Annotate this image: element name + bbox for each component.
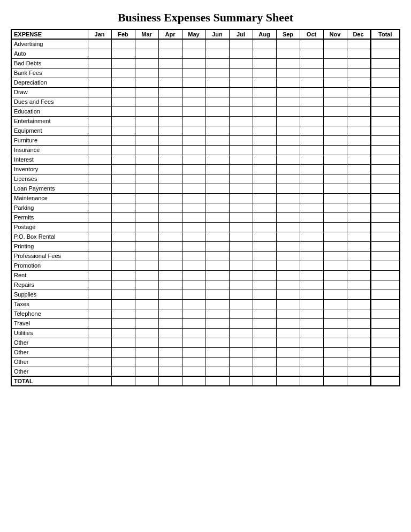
month-cell[interactable] — [111, 222, 135, 232]
month-cell[interactable] — [253, 87, 276, 97]
month-cell[interactable] — [158, 145, 182, 155]
month-cell[interactable] — [158, 280, 182, 290]
month-cell[interactable] — [229, 280, 253, 290]
month-cell[interactable] — [253, 280, 276, 290]
month-cell[interactable] — [276, 164, 300, 174]
month-cell[interactable] — [323, 299, 347, 309]
month-cell[interactable] — [253, 107, 276, 116]
month-cell[interactable] — [276, 193, 300, 203]
month-cell[interactable] — [347, 261, 370, 270]
month-cell[interactable] — [88, 68, 111, 78]
month-cell[interactable] — [300, 241, 323, 251]
total-cell[interactable] — [370, 318, 400, 328]
month-cell[interactable] — [158, 212, 182, 222]
total-month-cell[interactable] — [158, 376, 182, 386]
total-cell[interactable] — [370, 270, 400, 280]
month-cell[interactable] — [111, 270, 135, 280]
month-cell[interactable] — [182, 270, 206, 280]
month-cell[interactable] — [158, 357, 182, 367]
month-cell[interactable] — [135, 97, 158, 107]
month-cell[interactable] — [347, 338, 370, 347]
month-cell[interactable] — [88, 212, 111, 222]
month-cell[interactable] — [347, 87, 370, 97]
month-cell[interactable] — [135, 174, 158, 184]
month-cell[interactable] — [111, 174, 135, 184]
month-cell[interactable] — [347, 107, 370, 116]
month-cell[interactable] — [135, 193, 158, 203]
month-cell[interactable] — [182, 39, 206, 49]
month-cell[interactable] — [229, 212, 253, 222]
month-cell[interactable] — [182, 184, 206, 193]
month-cell[interactable] — [347, 145, 370, 155]
month-cell[interactable] — [229, 58, 253, 68]
month-cell[interactable] — [347, 155, 370, 164]
month-cell[interactable] — [88, 135, 111, 145]
month-cell[interactable] — [206, 164, 229, 174]
month-cell[interactable] — [347, 126, 370, 135]
month-cell[interactable] — [323, 49, 347, 58]
month-cell[interactable] — [206, 290, 229, 299]
total-cell[interactable] — [370, 58, 400, 68]
month-cell[interactable] — [182, 357, 206, 367]
month-cell[interactable] — [88, 126, 111, 135]
month-cell[interactable] — [323, 87, 347, 97]
month-cell[interactable] — [300, 135, 323, 145]
month-cell[interactable] — [253, 49, 276, 58]
month-cell[interactable] — [300, 107, 323, 116]
month-cell[interactable] — [158, 367, 182, 376]
month-cell[interactable] — [253, 299, 276, 309]
month-cell[interactable] — [253, 367, 276, 376]
month-cell[interactable] — [135, 357, 158, 367]
month-cell[interactable] — [300, 222, 323, 232]
total-cell[interactable] — [370, 309, 400, 318]
month-cell[interactable] — [323, 212, 347, 222]
month-cell[interactable] — [347, 174, 370, 184]
month-cell[interactable] — [111, 280, 135, 290]
total-month-cell[interactable] — [206, 376, 229, 386]
month-cell[interactable] — [158, 68, 182, 78]
month-cell[interactable] — [182, 58, 206, 68]
month-cell[interactable] — [276, 39, 300, 49]
month-cell[interactable] — [323, 97, 347, 107]
month-cell[interactable] — [88, 145, 111, 155]
month-cell[interactable] — [300, 184, 323, 193]
month-cell[interactable] — [158, 318, 182, 328]
month-cell[interactable] — [253, 97, 276, 107]
month-cell[interactable] — [182, 309, 206, 318]
month-cell[interactable] — [300, 251, 323, 261]
month-cell[interactable] — [323, 367, 347, 376]
month-cell[interactable] — [300, 58, 323, 68]
month-cell[interactable] — [111, 58, 135, 68]
month-cell[interactable] — [229, 367, 253, 376]
month-cell[interactable] — [158, 338, 182, 347]
month-cell[interactable] — [135, 241, 158, 251]
month-cell[interactable] — [253, 184, 276, 193]
month-cell[interactable] — [229, 270, 253, 280]
total-cell[interactable] — [370, 290, 400, 299]
total-cell[interactable] — [370, 184, 400, 193]
month-cell[interactable] — [300, 164, 323, 174]
month-cell[interactable] — [88, 270, 111, 280]
month-cell[interactable] — [229, 328, 253, 338]
month-cell[interactable] — [229, 318, 253, 328]
month-cell[interactable] — [135, 68, 158, 78]
month-cell[interactable] — [206, 135, 229, 145]
month-cell[interactable] — [206, 212, 229, 222]
month-cell[interactable] — [229, 116, 253, 126]
month-cell[interactable] — [276, 184, 300, 193]
month-cell[interactable] — [135, 126, 158, 135]
month-cell[interactable] — [347, 193, 370, 203]
month-cell[interactable] — [88, 58, 111, 68]
month-cell[interactable] — [182, 261, 206, 270]
month-cell[interactable] — [229, 261, 253, 270]
total-month-cell[interactable] — [182, 376, 206, 386]
total-cell[interactable] — [370, 212, 400, 222]
month-cell[interactable] — [158, 290, 182, 299]
month-cell[interactable] — [182, 203, 206, 212]
month-cell[interactable] — [88, 232, 111, 241]
month-cell[interactable] — [111, 184, 135, 193]
month-cell[interactable] — [88, 78, 111, 87]
month-cell[interactable] — [182, 338, 206, 347]
month-cell[interactable] — [229, 309, 253, 318]
month-cell[interactable] — [229, 97, 253, 107]
